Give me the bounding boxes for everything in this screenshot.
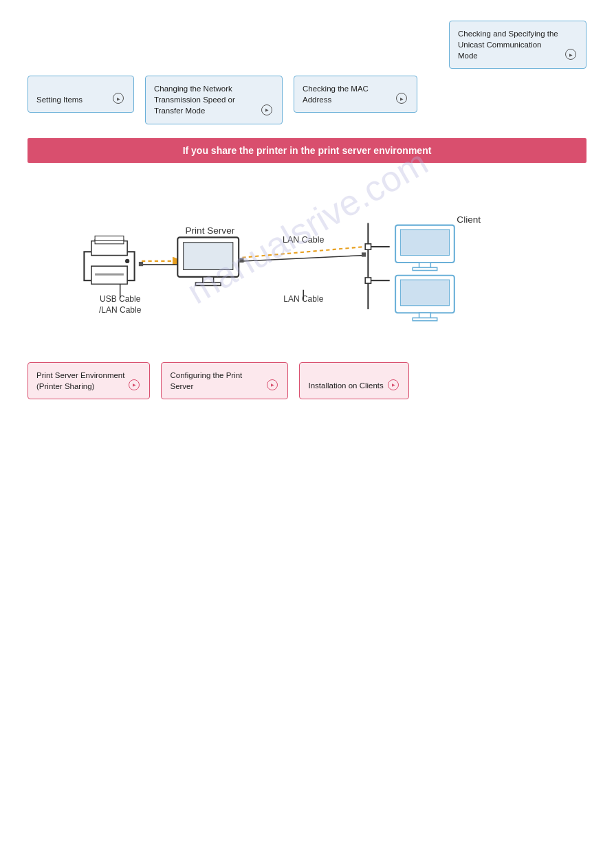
svg-rect-18: [362, 252, 366, 256]
svg-rect-15: [365, 243, 371, 249]
print-server-env-arrow-icon: [129, 379, 140, 390]
client-label: Client: [457, 214, 481, 225]
svg-rect-5: [95, 273, 124, 275]
network-diagram: Print Server LAN Ca: [28, 183, 586, 342]
client-monitor-2: [395, 275, 454, 320]
svg-rect-17: [239, 258, 243, 262]
banner-text: If you share the printer in the print se…: [183, 145, 432, 156]
configure-print-server-arrow-icon: [267, 379, 278, 390]
unicast-arrow-icon: [565, 49, 576, 60]
print-server-monitor: [177, 237, 239, 285]
client-monitor-1: [395, 225, 454, 270]
printer-icon: [84, 236, 134, 284]
svg-rect-16: [365, 278, 371, 283]
share-printer-banner: If you share the printer in the print se…: [28, 138, 586, 163]
network-transmission-arrow-icon: [261, 104, 272, 115]
diagram-svg: Print Server LAN Ca: [28, 183, 586, 342]
print-server-text: Print Server: [186, 225, 235, 236]
unicast-label: Checking and Specifying the Unicast Comm…: [458, 28, 561, 61]
print-server-env-button[interactable]: Print Server Environment(Printer Sharing…: [28, 362, 150, 399]
svg-rect-26: [413, 318, 437, 320]
setting-items-label: Setting Items: [36, 94, 109, 105]
usb-lan-cable-label: /LAN Cable: [99, 305, 142, 315]
svg-rect-10: [184, 242, 233, 269]
svg-rect-7: [139, 262, 143, 266]
nav-buttons-row1: Setting Items Changing the Network Trans…: [28, 76, 586, 124]
configure-print-server-button[interactable]: Configuring the Print Server: [161, 362, 288, 399]
unicast-button[interactable]: Checking and Specifying the Unicast Comm…: [449, 21, 586, 69]
installation-clients-label: Installation on Clients: [308, 380, 383, 391]
network-transmission-label: Changing the Network Transmission Speed …: [154, 83, 257, 116]
mac-address-arrow-icon: [396, 93, 407, 104]
svg-rect-4: [95, 236, 124, 240]
mac-address-label: Checking the MAC Address: [303, 83, 392, 105]
top-right-buttons: Checking and Specifying the Unicast Comm…: [28, 21, 586, 69]
server-to-network-solid: [242, 255, 364, 260]
setting-items-button[interactable]: Setting Items: [28, 76, 134, 113]
setting-items-arrow-icon: [113, 93, 124, 104]
svg-rect-24: [400, 280, 449, 306]
mac-address-button[interactable]: Checking the MAC Address: [294, 76, 417, 113]
page-content: Checking and Specifying the Unicast Comm…: [0, 0, 614, 434]
svg-rect-22: [413, 267, 437, 270]
network-transmission-button[interactable]: Changing the Network Transmission Speed …: [145, 76, 283, 124]
print-server-env-label: Print Server Environment(Printer Sharing…: [36, 370, 124, 392]
installation-clients-arrow-icon: [388, 379, 399, 390]
svg-rect-20: [400, 229, 449, 255]
svg-rect-12: [195, 282, 221, 285]
configure-print-server-label: Configuring the Print Server: [170, 370, 263, 392]
svg-point-6: [125, 258, 129, 263]
installation-clients-button[interactable]: Installation on Clients: [299, 362, 408, 399]
lan-cable-label: LAN Cable: [283, 234, 325, 244]
nav-buttons-row2: Print Server Environment(Printer Sharing…: [28, 362, 586, 399]
